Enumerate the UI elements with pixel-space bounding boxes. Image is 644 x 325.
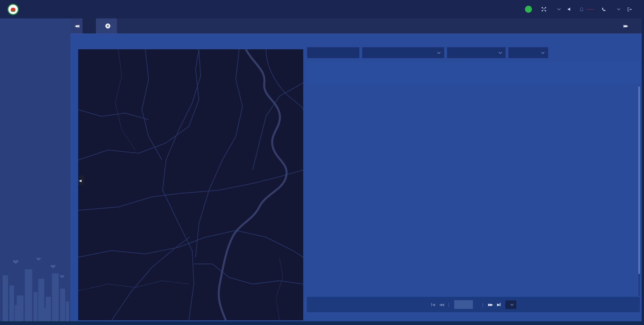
filter-bar [307,47,640,58]
col-header-running [591,73,608,84]
prev-page-button[interactable]: ◀◀ [439,303,443,307]
logout-button[interactable] [627,7,634,12]
temperature-indicator [525,6,534,13]
app-logo-icon [7,4,19,15]
page-size-select[interactable] [505,301,516,309]
last-page-button[interactable]: ▶ [497,303,500,307]
app-header [0,0,644,18]
col-header-region [322,62,372,84]
col-group-point-status [591,62,640,84]
page-scrollbar[interactable] [642,0,644,325]
map-river [219,49,287,320]
org-dropdown[interactable] [615,9,620,10]
map-panel[interactable]: ◀ [78,49,303,320]
tab-realtime-monitor[interactable]: × [96,18,117,34]
app-root: ◀◀ × ▶▶ [0,0,644,325]
tab-home[interactable] [83,18,96,34]
scrollbar-thumb[interactable] [638,86,640,274]
chevron-down-icon [617,7,621,10]
col-header-total-meter [566,62,591,84]
map-roads [78,49,303,320]
chevron-down-icon [437,50,441,54]
page-number-input[interactable] [454,300,473,309]
status-select[interactable] [508,47,548,58]
temperature-badge [525,6,532,13]
col-header-production-limit [474,62,506,84]
industry-select[interactable] [447,47,506,58]
notification-indicator[interactable] [579,7,594,12]
notification-count-badge [586,9,594,10]
chevron-down-icon [557,7,561,10]
col-header-monitor-points [540,62,566,84]
table-scrollbar[interactable] [638,86,640,296]
bottom-strip [0,321,644,325]
name-search-field[interactable] [307,47,360,58]
col-header-stopped [608,73,624,84]
speaker-icon[interactable] [568,7,572,11]
first-page-button[interactable]: ◀ [431,303,434,307]
phone-icon [601,7,606,12]
next-page-button[interactable]: ▶▶ [488,303,492,307]
region-select[interactable] [362,47,444,58]
fullscreen-button[interactable] [541,7,548,12]
tabs-scroll-right-button[interactable]: ▶▶ [624,24,627,28]
logout-icon [627,7,632,12]
map-collapse-button[interactable]: ◀ [78,175,84,185]
bell-icon [579,7,584,12]
stats-bar [70,34,644,47]
col-header-pollution-control [506,62,540,84]
tab-close-icon[interactable]: × [105,23,110,29]
monitor-panel: ◀ ◀◀ | | ▶▶ ▶ [307,47,640,312]
pagination-bar: ◀ ◀◀ | | ▶▶ ▶ [307,297,640,312]
col-header-company [372,62,436,84]
city-skyline-decoration [0,255,70,322]
tab-bar: ◀◀ × ▶▶ [70,18,644,34]
name-search-input[interactable] [311,50,355,55]
main-content: ◀ [70,34,644,325]
table-header [307,62,640,84]
chevron-down-icon [510,302,514,306]
col-header-disconnected [624,73,640,84]
help-button[interactable] [601,7,608,12]
tabs-scroll-left-button[interactable]: ◀◀ [70,18,83,34]
col-header-industry [436,62,474,84]
chevron-down-icon [499,50,502,54]
table-body [307,84,640,297]
fullscreen-icon [541,7,546,12]
sidebar [0,18,70,325]
chevron-down-icon [541,50,545,54]
double-chevron-left-icon: ◀◀ [75,24,78,28]
theme-dropdown[interactable] [556,9,560,10]
